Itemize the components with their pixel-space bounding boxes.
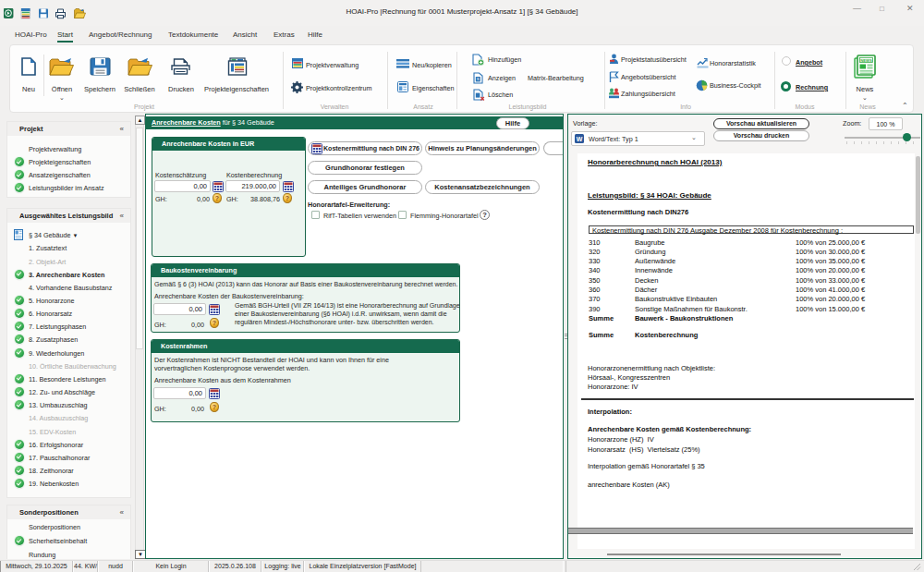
- svg-text:NEWS: NEWS: [860, 58, 872, 63]
- svg-text:W: W: [577, 136, 583, 142]
